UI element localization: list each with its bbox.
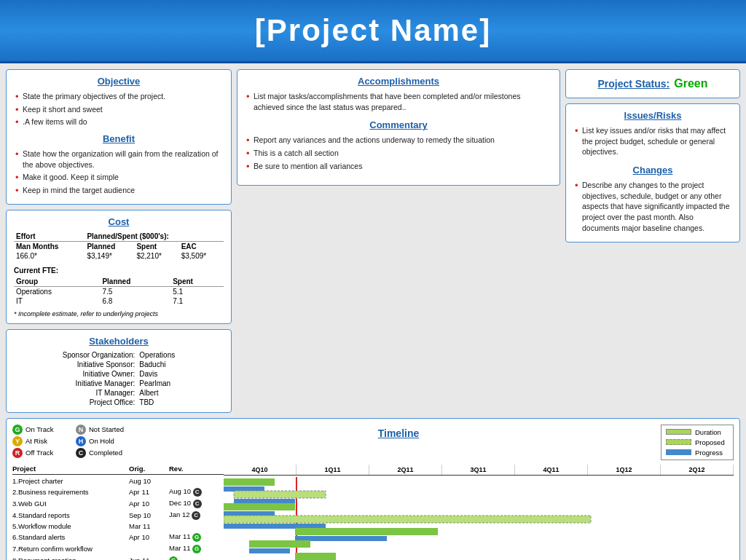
timeline-legend-left: G On Track N Not Started Y At Risk H On … [12, 425, 136, 458]
right-column: Project Status: Green Issues/Risks List … [565, 69, 740, 413]
svg-rect-4 [234, 499, 295, 504]
fte-group-0: Operations [14, 286, 100, 296]
legend-completed: C Completed [76, 448, 136, 458]
benefit-item: Make it good. Keep it simple [14, 172, 224, 183]
issues-item: List key issues and/or risks that may af… [573, 125, 732, 157]
benefit-item: State how the organization will gain fro… [14, 149, 224, 170]
legend-on-hold: H On Hold [76, 436, 136, 446]
timeline-section: G On Track N Not Started Y At Risk H On … [6, 418, 740, 560]
legend-on-track: G On Track [12, 425, 73, 435]
gantt-labels: Project Orig. Rev. 1.Project charter Aug… [12, 465, 224, 560]
gantt-row-2: 3.Web GUI Apr 10 Dec 10 C [12, 498, 224, 510]
stakeholder-value-4: Albert [139, 389, 175, 397]
planned-value: $3,149* [85, 251, 134, 261]
objective-item: Keep it short and sweet [14, 104, 224, 115]
fte-planned-label: Planned [100, 277, 170, 287]
svg-rect-2 [224, 486, 264, 492]
dot-6: G [192, 545, 201, 553]
fte-table: Group Planned Spent Operations 7.5 5.1 I… [14, 277, 224, 306]
svg-rect-10 [295, 536, 387, 541]
stakeholder-label-0: Sponsor Organization: [63, 351, 136, 359]
circle-red: R [12, 448, 23, 458]
man-months-value: 166.0* [14, 251, 85, 261]
dot-1: C [193, 488, 202, 497]
gantt-row-7: 8.Document creation Jun 11 G [12, 555, 224, 560]
main-content: Objective State the primary objectives o… [0, 63, 746, 560]
circle-green: G [12, 425, 23, 435]
circle-gray: N [76, 425, 86, 435]
accomplishments-list: List major tasks/accomplishments that ha… [245, 91, 552, 112]
commentary-item-2: Be sure to mention all variances [245, 161, 552, 172]
dot-2: C [193, 500, 202, 508]
eac-value: $3,509* [179, 251, 224, 261]
objective-list: State the primary objectives of the proj… [14, 91, 224, 127]
spent-label: Spent [134, 241, 178, 251]
project-status-card: Project Status: Green [565, 69, 740, 98]
dot-5: G [192, 533, 201, 542]
gantt-bars-container [224, 477, 734, 560]
middle-column: Accomplishments List major tasks/accompl… [237, 69, 560, 413]
legend-proposed: Proposed [666, 438, 729, 446]
stakeholder-label-4: IT Manager: [63, 389, 136, 397]
gantt-row-1: 2.Business requirements Apr 11 Aug 10 C [12, 486, 224, 498]
project-title: [Project Name] [255, 13, 491, 47]
commentary-item-0: Report any variances and the actions und… [245, 135, 552, 146]
commentary-title: Commentary [245, 119, 552, 130]
benefit-title: Benefit [14, 133, 224, 144]
progress-bar [666, 449, 691, 455]
stakeholder-value-0: Operations [139, 351, 175, 359]
stakeholder-value-1: Baduchi [139, 360, 175, 368]
benefit-item: Keep in mind the target audience [14, 185, 224, 196]
stakeholder-label-1: Initiative Sponsor: [63, 360, 136, 368]
svg-rect-13 [295, 553, 336, 560]
gantt-chart: 4Q10 1Q11 2Q11 3Q11 4Q11 1Q12 2Q12 [224, 465, 734, 560]
current-fte-label: Current FTE: [14, 267, 224, 275]
gantt-row-4: 5.Workflow module Mar 11 [12, 521, 224, 532]
stakeholders-title: Stakeholders [14, 336, 224, 347]
project-status-label: Project Status: [597, 78, 670, 90]
fte-spent-1: 7.1 [170, 296, 224, 306]
objective-item: State the primary objectives of the proj… [14, 91, 224, 102]
project-status-line: Project Status: Green [573, 77, 732, 90]
cost-footnote: * Incomplete estimate, refer to underlyi… [14, 310, 224, 318]
issues-list: List key issues and/or risks that may af… [573, 125, 732, 157]
gantt-col-project: Project [12, 465, 129, 473]
svg-rect-11 [249, 540, 310, 548]
stakeholder-label-3: Initiative Manager: [63, 379, 136, 387]
stakeholders-card: Stakeholders Sponsor Organization: Opera… [6, 329, 232, 413]
svg-rect-1 [224, 478, 275, 486]
page-header: [Project Name] [0, 0, 746, 63]
svg-rect-7 [224, 516, 591, 523]
fte-planned-0: 7.5 [100, 286, 170, 296]
stakeholder-value-2: Davis [139, 370, 175, 378]
accomplishments-card: Accomplishments List major tasks/accompl… [237, 69, 560, 186]
circle-dark: C [76, 448, 86, 458]
gantt-col-orig: Orig. [129, 465, 169, 473]
accomplishments-title: Accomplishments [245, 76, 552, 87]
gantt-row-5: 6.Standard alerts Apr 10 Mar 11 G [12, 532, 224, 543]
group-label: Group [14, 277, 100, 287]
spent-value: $2,210* [134, 251, 178, 261]
legend-at-risk: Y At Risk [12, 436, 73, 446]
commentary-list: Report any variances and the actions und… [245, 135, 552, 171]
fte-group-1: IT [14, 296, 100, 306]
benefit-list: State how the organization will gain fro… [14, 149, 224, 196]
planned-label: Planned [85, 241, 134, 251]
objective-item: .A few items will do [14, 117, 224, 127]
commentary-item-1: This is a catch all section [245, 148, 552, 159]
timeline-legend-right: Duration Proposed Progress [661, 425, 734, 460]
fte-spent-0: 5.1 [170, 286, 224, 296]
issues-title: Issues/Risks [573, 110, 732, 121]
cost-title: Cost [14, 216, 224, 227]
legend-not-started: N Not Started [76, 425, 136, 435]
legend-progress: Progress [666, 449, 729, 457]
gantt-row-3: 4.Standard reports Sep 10 Jan 12 C [12, 510, 224, 521]
fte-spent-label: Spent [170, 277, 224, 287]
changes-title: Changes [573, 165, 732, 176]
eac-label: EAC [179, 241, 224, 251]
stakeholders-grid: Sponsor Organization: Operations Initiat… [14, 351, 224, 406]
left-column: Objective State the primary objectives o… [6, 69, 232, 413]
svg-rect-9 [295, 528, 438, 535]
cost-table: Effort Planned/Spent ($000's): Man Month… [14, 232, 224, 261]
timeline-header: G On Track N Not Started Y At Risk H On … [12, 425, 734, 460]
